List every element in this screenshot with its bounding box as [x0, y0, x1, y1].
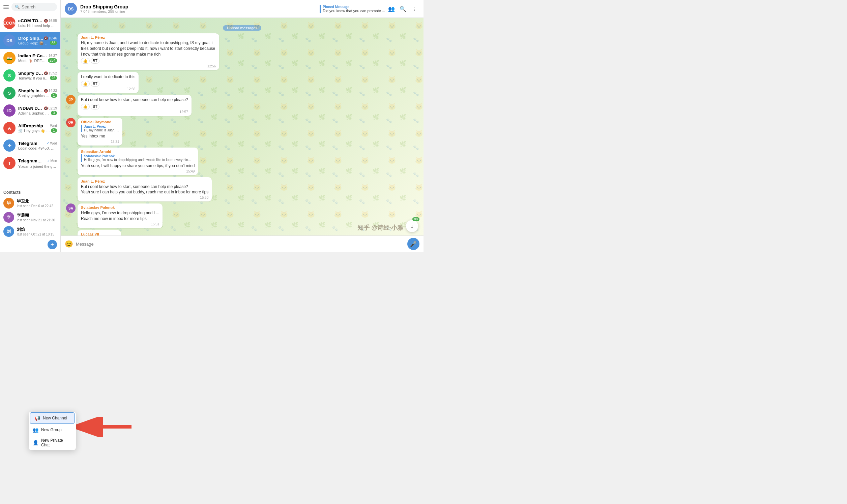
msg-time-m5: 15:49 [186, 169, 194, 173]
badge-shopify-drop: 26 [50, 76, 57, 80]
message-group-m3: JP But i dont know how to start, someone… [66, 95, 418, 116]
add-contact-item[interactable]: + [3, 238, 57, 251]
mute-icon-shopify-drop: 🔇 [44, 71, 48, 75]
msg-avatar-m4: OR [66, 118, 75, 127]
chat-name-dropship: Drop Shipping Group [18, 36, 44, 41]
chat-list: ECOM eCOM TODAY Ecommerce | ENG C... 🔇 1… [0, 14, 60, 187]
message-group-m4: OR Official Raymond Juan L. Pérez Hi, my… [66, 118, 418, 146]
msg-time-m2: 12:56 [127, 87, 135, 91]
message-group-m7: SA Sviatoslav Polenok Hello guys, I'm ne… [66, 203, 418, 228]
msg-sender-m6: Juan L. Pérez [81, 179, 208, 183]
verified-icon-telegram: ✓ [47, 141, 50, 146]
chat-avatar-dropship: DS [3, 34, 16, 47]
msg-text-m6: But i dont know how to start, someone ca… [81, 184, 208, 195]
message-bubble-m5: Sebastian Arnold Sviatoslav Polenok Hell… [77, 147, 198, 175]
search-box[interactable]: 🔍 [12, 3, 57, 11]
message-input[interactable] [76, 241, 404, 247]
msg-time-m1: 12:56 [207, 64, 216, 68]
chat-avatar-telegram-fly: T [3, 157, 16, 169]
chat-preview-shopify-india: Sanjay graphics designer full time freel… [18, 94, 51, 98]
unread-divider: Unread messages [66, 24, 418, 31]
msg-sender-m7: Sviatoslav Polenok [81, 205, 159, 210]
msg-reactions-m2: 👍BT [81, 81, 135, 87]
chat-name-telegram: Telegram [18, 141, 37, 146]
msg-meta-m6: 15:50 [81, 196, 208, 199]
msg-avatar-m3: JP [66, 95, 75, 105]
contacts-label: Contacts [3, 190, 57, 195]
pinned-label: Pinned Message [323, 5, 385, 9]
msg-reactions-m3: 👍BT [81, 104, 188, 109]
contact-status-c1: last seen Dec 6 at 22:42 [17, 204, 57, 208]
contact-item-c3[interactable]: 刘 刘焰 last seen Oct 21 at 18:15 [3, 224, 57, 238]
msg-sender-m5: Sebastian Arnold [81, 149, 194, 154]
chat-item-dropship[interactable]: DS Drop Shipping Group 🔇 16:46 Group Hel… [0, 32, 60, 49]
scroll-down-button[interactable]: 88 ↓ [406, 220, 418, 232]
chat-header: DS Drop Shipping Group 7 048 members, 25… [61, 0, 424, 18]
chat-name-shopify-drop: Shopify Dropshipping Knowledge ... [18, 71, 44, 76]
msg-meta-m7: 15:51 [81, 222, 159, 226]
emoji-button[interactable]: 😊 [65, 240, 73, 248]
unread-label: Unread messages [223, 25, 261, 31]
message-bubble-m2: I really want to dedicate to this 👍BT 12… [77, 72, 139, 93]
contact-name-c1: 毕卫龙 [17, 198, 57, 204]
search-chat-icon[interactable]: 🔍 [398, 4, 408, 14]
msg-sender-m8: Lucãaz VII [81, 232, 118, 235]
chat-avatar-shopify-india: S [3, 87, 16, 99]
chat-avatar-indian-drop: ID [3, 105, 16, 116]
mic-button[interactable]: 🎤 [407, 238, 419, 250]
search-input[interactable] [21, 4, 54, 10]
chat-info-indian-drop: INDIAN DROPSHIPPING🚀💰 🔇 02:19 Adelina So… [18, 106, 57, 115]
mute-icon-ecom: 🔇 [44, 19, 48, 22]
chat-main: DS Drop Shipping Group 7 048 members, 25… [61, 0, 424, 252]
msg-text-m2: I really want to dedicate to this [81, 74, 135, 80]
chat-preview-telegram-fly: Yixuan z joined the group via invite lin… [18, 164, 57, 168]
chat-info-dropship: Drop Shipping Group 🔇 16:46 Group Help: … [18, 36, 57, 46]
message-bubble-m4: Official Raymond Juan L. Pérez Hi, my na… [77, 118, 122, 146]
chat-item-telegram-fly[interactable]: T Telegram✈️飞机群发/组拉人/群... ✓ Mon Yixuan z… [0, 154, 60, 172]
chat-item-ali[interactable]: A AliDropship Wed 🛒 Hey guys 👋 You can b… [0, 119, 60, 137]
contact-avatar-c2: 李 [3, 212, 14, 223]
chat-time-shopify-india: 14:33 [49, 89, 57, 93]
chat-item-shopify-drop[interactable]: S Shopify Dropshipping Knowledge ... 🔇 1… [0, 67, 60, 84]
message-bubble-m7: Sviatoslav Polenok Hello guys, I'm new t… [77, 203, 162, 228]
hamburger-icon[interactable] [3, 5, 9, 9]
contacts-section: Contacts 毕 毕卫龙 last seen Dec 6 at 22:42 … [0, 187, 60, 252]
msg-meta-m2: 12:56 [81, 87, 135, 91]
contact-avatar-c3: 刘 [3, 226, 14, 237]
chat-item-telegram[interactable]: ✈ Telegram ✓ Wed Login code: 49450. Do n… [0, 137, 60, 154]
members-icon[interactable]: 👥 [386, 4, 397, 14]
mute-icon-shopify-india: 🔇 [44, 89, 48, 93]
chat-avatar-ali: A [3, 122, 16, 134]
checkmark-telegram-fly: ✓ [47, 159, 50, 163]
chat-name-shopify-india: Shopify India [18, 88, 44, 93]
msg-text-m1: Hi, my name is Juan, and i want to dedic… [81, 40, 216, 57]
chat-input-bar: 😊 🎤 [61, 235, 424, 252]
svg-text:DS: DS [68, 7, 74, 12]
contact-item-c1[interactable]: 毕 毕卫龙 last seen Dec 6 at 22:42 [3, 196, 57, 210]
scroll-badge: 88 [412, 217, 419, 221]
chat-item-ecom[interactable]: ECOM eCOM TODAY Ecommerce | ENG C... 🔇 1… [0, 14, 60, 32]
chat-preview-dropship: Group Help: 📦 Please Follow The Gro... [18, 41, 50, 46]
msg-reply-m4: Juan L. Pérez Hi, my name is Juan, ... [81, 125, 119, 132]
msg-sender-m1: Juan L. Pérez [81, 35, 216, 39]
add-contact-button[interactable]: + [48, 240, 57, 249]
header-right: Pinned Message Did you know that you can… [319, 4, 419, 14]
message-bubble-m6: Juan L. Pérez But i dont know how to sta… [77, 177, 212, 202]
pinned-message-box[interactable]: Pinned Message Did you know that you can… [319, 5, 385, 13]
chat-info-ali: AliDropship Wed 🛒 Hey guys 👋 You can boo… [18, 123, 57, 133]
more-options-icon[interactable]: ⋮ [409, 4, 419, 14]
message-bubble-m8: Lucãaz VII Sviatoslav Polenok Hello guys… [77, 230, 121, 235]
badge-indian: 254 [48, 58, 57, 63]
sidebar: 🔍 ECOM eCOM TODAY Ecommerce | ENG C... 🔇… [0, 0, 61, 252]
chat-name-ecom: eCOM TODAY Ecommerce | ENG C... [18, 18, 44, 23]
chat-item-indian-drop[interactable]: ID INDIAN DROPSHIPPING🚀💰 🔇 02:19 Adelina… [0, 102, 60, 119]
chat-item-indian[interactable]: 🇮🇳 Indian E-Commerce Wholsaler B2... 16:… [0, 49, 60, 67]
chat-time-ali: Wed [50, 124, 57, 128]
contact-item-c2[interactable]: 李 李晨曦 last seen Nov 21 at 21:30 [3, 210, 57, 224]
chat-preview-ali: 🛒 Hey guys 👋 You can book a free m... [18, 129, 51, 133]
msg-text-m3: But i dont know how to start, someone ca… [81, 97, 188, 103]
chat-preview-shopify-drop: Tomiwa: If you need any recommenda... [18, 76, 50, 80]
chat-info-ecom: eCOM TODAY Ecommerce | ENG C... 🔇 16:55 … [18, 18, 57, 28]
chat-item-shopify-india[interactable]: S Shopify India 🔇 14:33 Sanjay graphics … [0, 84, 60, 102]
chat-time-indian-drop: 02:19 [49, 106, 57, 110]
